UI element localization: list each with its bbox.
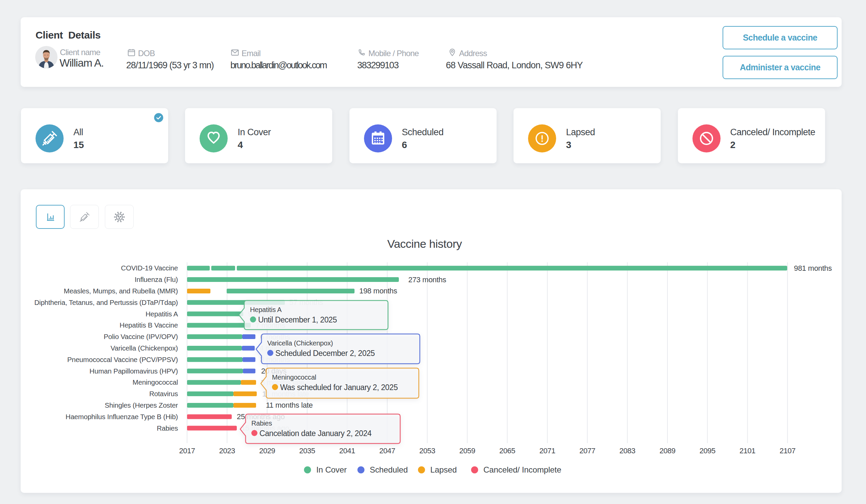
svg-text:Hepatitis A: Hepatitis A xyxy=(250,306,282,313)
svg-text:Scheduled December 2, 2025: Scheduled December 2, 2025 xyxy=(275,349,375,358)
svg-text:Rabies: Rabies xyxy=(157,424,178,432)
svg-text:In Cover: In Cover xyxy=(316,465,347,474)
svg-text:Until December 1, 2025: Until December 1, 2025 xyxy=(258,316,337,324)
svg-text:Meningococcal: Meningococcal xyxy=(133,378,178,386)
svg-text:2101: 2101 xyxy=(740,447,755,455)
svg-text:273 months: 273 months xyxy=(408,275,446,284)
svg-text:Hepatitis A: Hepatitis A xyxy=(145,310,178,318)
svg-text:Rabies: Rabies xyxy=(251,420,272,427)
svg-text:2089: 2089 xyxy=(660,447,676,455)
svg-text:COVID-19 Vaccine: COVID-19 Vaccine xyxy=(121,264,178,272)
svg-text:2107: 2107 xyxy=(779,447,795,455)
svg-text:Canceled/ Incomplete: Canceled/ Incomplete xyxy=(484,465,561,474)
svg-text:2077: 2077 xyxy=(579,447,595,455)
svg-text:Influenza (Flu): Influenza (Flu) xyxy=(135,275,178,283)
svg-text:Varicella (Chickenpox): Varicella (Chickenpox) xyxy=(267,340,333,347)
svg-text:Scheduled: Scheduled xyxy=(370,465,408,474)
svg-text:2047: 2047 xyxy=(379,447,395,455)
svg-text:Lapsed: Lapsed xyxy=(430,465,457,474)
svg-text:2053: 2053 xyxy=(420,447,435,455)
svg-text:2095: 2095 xyxy=(700,447,715,455)
svg-text:Haemophilus Influenzae Type B: Haemophilus Influenzae Type B (Hib) xyxy=(66,413,178,421)
svg-text:Human Papillomavirus (HPV): Human Papillomavirus (HPV) xyxy=(90,367,178,375)
svg-text:2083: 2083 xyxy=(619,447,635,455)
svg-text:2071: 2071 xyxy=(540,447,555,455)
svg-text:2023: 2023 xyxy=(219,447,235,455)
svg-text:Rotavirus: Rotavirus xyxy=(149,390,178,398)
svg-text:Diphtheria, Tetanus, and Pertu: Diphtheria, Tetanus, and Pertussis (DTaP… xyxy=(34,298,178,306)
svg-text:2029: 2029 xyxy=(259,447,275,455)
svg-text:2017: 2017 xyxy=(179,447,195,455)
svg-text:Hepatitis B Vaccine: Hepatitis B Vaccine xyxy=(120,321,178,329)
svg-text:2041: 2041 xyxy=(339,447,355,455)
svg-text:2035: 2035 xyxy=(299,447,315,455)
svg-text:2059: 2059 xyxy=(459,447,475,455)
svg-text:11 months late: 11 months late xyxy=(266,401,313,409)
svg-text:Polio Vaccine (IPV/OPV): Polio Vaccine (IPV/OPV) xyxy=(104,333,178,340)
svg-text:Measles, Mumps, and Rubella (M: Measles, Mumps, and Rubella (MMR) xyxy=(64,287,178,295)
svg-text:981 months: 981 months xyxy=(794,264,832,273)
svg-text:2065: 2065 xyxy=(499,447,515,455)
svg-text:198 months: 198 months xyxy=(359,287,397,295)
svg-text:Pneumococcal Vaccine (PCV/PPSV: Pneumococcal Vaccine (PCV/PPSV) xyxy=(67,356,178,363)
svg-text:Meningococcal: Meningococcal xyxy=(272,374,316,381)
svg-text:Varicella (Chickenpox): Varicella (Chickenpox) xyxy=(111,344,178,352)
svg-text:Cancelation date January 2, 20: Cancelation date January 2, 2024 xyxy=(259,429,372,438)
svg-text:Was scheduled for January 2, 2: Was scheduled for January 2, 2025 xyxy=(280,383,398,392)
svg-text:Shingles (Herpes Zoster: Shingles (Herpes Zoster xyxy=(105,401,178,409)
